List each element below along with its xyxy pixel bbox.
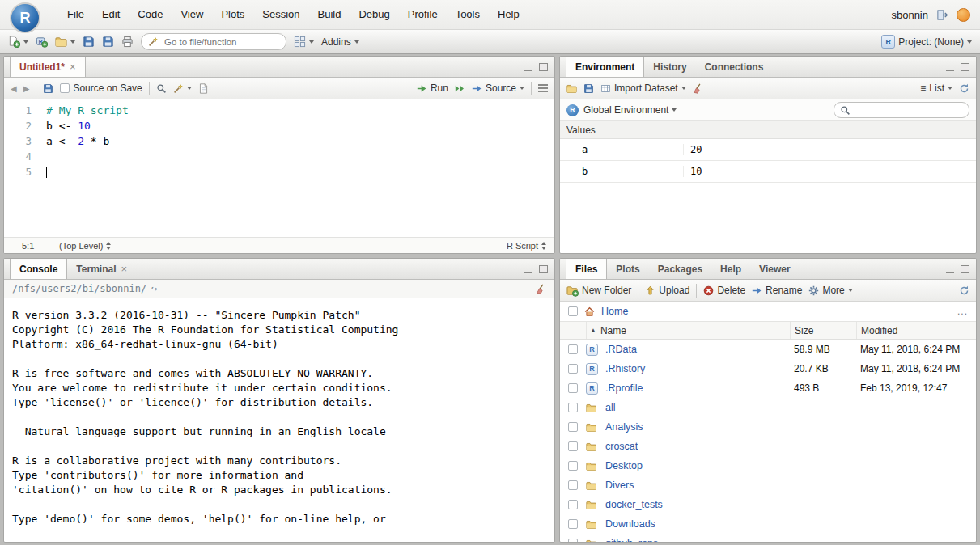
- tab-connections[interactable]: Connections: [696, 57, 773, 77]
- run-button[interactable]: Run: [417, 82, 448, 94]
- file-name[interactable]: .Rprofile: [605, 382, 790, 394]
- menu-plots[interactable]: Plots: [212, 0, 253, 29]
- file-checkbox[interactable]: [568, 344, 578, 354]
- new-project-button[interactable]: [36, 36, 48, 48]
- tab-history[interactable]: History: [644, 57, 695, 77]
- file-row[interactable]: github_reps: [560, 534, 976, 542]
- column-header-name[interactable]: ▲ Name: [586, 322, 790, 339]
- file-checkbox[interactable]: [568, 383, 578, 393]
- load-workspace-button[interactable]: [566, 83, 577, 94]
- file-row[interactable]: .RData 58.9 MB May 11, 2018, 6:24 PM: [560, 340, 976, 359]
- tab-packages[interactable]: Packages: [649, 259, 711, 279]
- environment-row[interactable]: b 10: [560, 161, 976, 183]
- file-name[interactable]: Downloads: [605, 518, 790, 530]
- tab-terminal[interactable]: Terminal ×: [67, 259, 136, 279]
- goto-file-function-box[interactable]: [141, 33, 286, 50]
- tab-help[interactable]: Help: [711, 259, 750, 279]
- source-button[interactable]: Source: [472, 82, 524, 94]
- forward-icon[interactable]: ▶: [23, 84, 30, 93]
- code-editor[interactable]: 12345 # My R scriptb <- 10a <- 2 * b: [4, 99, 554, 237]
- clear-console-broom-icon[interactable]: [536, 284, 546, 294]
- menu-file[interactable]: File: [58, 0, 93, 29]
- document-outline-icon[interactable]: [538, 84, 548, 92]
- maximize-pane-icon[interactable]: [961, 63, 969, 71]
- minimize-pane-icon[interactable]: [946, 265, 954, 273]
- editor-code[interactable]: # My R scriptb <- 10a <- 2 * b: [40, 103, 554, 237]
- menu-code[interactable]: Code: [129, 0, 172, 29]
- back-icon[interactable]: ◀: [11, 84, 17, 93]
- tab-files[interactable]: Files: [566, 259, 607, 279]
- minimize-pane-icon[interactable]: [524, 63, 532, 71]
- sign-out-icon[interactable]: [936, 9, 948, 21]
- source-on-save-checkbox[interactable]: Source on Save: [60, 82, 142, 94]
- file-row[interactable]: .Rprofile 493 B Feb 13, 2019, 12:47: [560, 378, 976, 398]
- file-checkbox[interactable]: [568, 441, 578, 451]
- file-row[interactable]: docker_tests: [560, 495, 976, 514]
- environment-view-button[interactable]: ≡ List: [920, 82, 952, 94]
- delete-button[interactable]: Delete: [703, 285, 745, 296]
- file-row[interactable]: Analysis: [560, 417, 976, 437]
- path-ellipsis-button[interactable]: ...: [957, 306, 968, 317]
- close-icon[interactable]: ×: [121, 263, 127, 275]
- menu-tools[interactable]: Tools: [447, 0, 489, 29]
- save-all-button[interactable]: [102, 36, 114, 48]
- upload-button[interactable]: Upload: [645, 285, 689, 296]
- minimize-pane-icon[interactable]: [946, 63, 954, 71]
- filetype-selector[interactable]: R Script: [507, 241, 546, 251]
- quit-session-button[interactable]: [957, 8, 970, 22]
- file-name[interactable]: Divers: [605, 480, 790, 491]
- file-name[interactable]: docker_tests: [605, 499, 790, 510]
- file-name[interactable]: all: [605, 402, 790, 413]
- tab-untitled1[interactable]: Untitled1* ×: [10, 57, 86, 77]
- new-file-button[interactable]: [8, 36, 28, 48]
- file-name[interactable]: croscat: [605, 441, 790, 452]
- clear-environment-button[interactable]: [693, 83, 703, 94]
- goto-file-function-input[interactable]: [163, 36, 279, 48]
- file-checkbox[interactable]: [568, 539, 578, 542]
- scope-selector[interactable]: (Top Level): [59, 241, 111, 251]
- tab-environment[interactable]: Environment: [566, 57, 644, 77]
- breadcrumb-home[interactable]: Home: [601, 306, 628, 317]
- file-row[interactable]: Divers: [560, 475, 976, 495]
- menu-view[interactable]: View: [172, 0, 212, 29]
- file-row[interactable]: .Rhistory 20.7 KB May 11, 2018, 6:24 PM: [560, 359, 976, 378]
- file-name[interactable]: Analysis: [605, 421, 790, 433]
- save-source-icon[interactable]: [43, 83, 53, 94]
- maximize-pane-icon[interactable]: [539, 265, 548, 273]
- tab-viewer[interactable]: Viewer: [750, 259, 799, 279]
- file-name[interactable]: .RData: [605, 344, 790, 355]
- refresh-icon[interactable]: [959, 83, 969, 94]
- close-icon[interactable]: ×: [70, 61, 76, 73]
- addins-button[interactable]: Addins: [321, 36, 359, 48]
- file-name[interactable]: Desktop: [605, 460, 790, 471]
- column-header-size[interactable]: Size: [790, 322, 856, 339]
- maximize-pane-icon[interactable]: [961, 265, 969, 273]
- menu-help[interactable]: Help: [489, 0, 528, 29]
- tab-plots[interactable]: Plots: [607, 259, 648, 279]
- new-folder-button[interactable]: New Folder: [566, 285, 631, 297]
- maximize-pane-icon[interactable]: [539, 63, 548, 71]
- environment-scope-selector[interactable]: Global Environment: [583, 104, 677, 116]
- tab-console[interactable]: Console: [10, 259, 67, 279]
- save-workspace-button[interactable]: [583, 83, 594, 94]
- environment-row[interactable]: a 20: [560, 139, 976, 161]
- print-button[interactable]: [121, 36, 134, 48]
- menu-edit[interactable]: Edit: [93, 0, 129, 29]
- file-checkbox[interactable]: [568, 364, 578, 374]
- file-row[interactable]: all: [560, 398, 976, 417]
- file-checkbox[interactable]: [568, 500, 578, 509]
- file-row[interactable]: Downloads: [560, 514, 976, 534]
- checkbox-icon[interactable]: [60, 83, 70, 93]
- file-name[interactable]: github_reps: [605, 538, 790, 542]
- file-checkbox[interactable]: [568, 403, 578, 412]
- file-checkbox[interactable]: [568, 519, 578, 529]
- go-to-directory-icon[interactable]: ↪: [151, 283, 157, 294]
- menu-build[interactable]: Build: [309, 0, 350, 29]
- minimize-pane-icon[interactable]: [524, 265, 532, 273]
- rerun-button[interactable]: [455, 83, 465, 94]
- menu-session[interactable]: Session: [253, 0, 308, 29]
- compile-report-button[interactable]: [198, 83, 209, 94]
- save-button[interactable]: [83, 36, 95, 48]
- console-output-area[interactable]: R version 3.3.2 (2016-10-31) -- "Sincere…: [4, 298, 554, 542]
- file-checkbox[interactable]: [568, 422, 578, 432]
